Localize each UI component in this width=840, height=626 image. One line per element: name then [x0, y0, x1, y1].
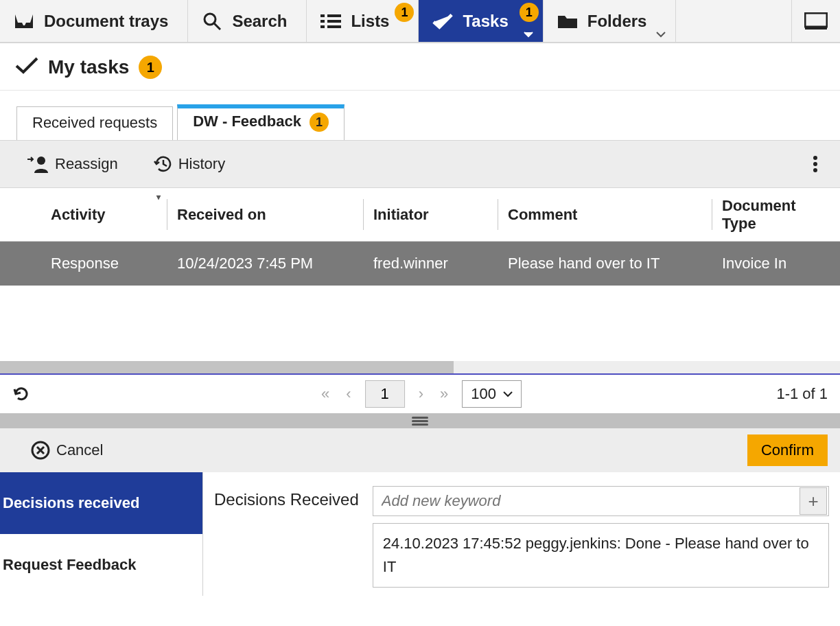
- table-empty-space: [0, 286, 840, 361]
- cell-doctype: Invoice In: [722, 255, 786, 273]
- tab-dw-feedback[interactable]: DW - Feedback 1: [177, 104, 345, 140]
- svg-point-12: [813, 162, 817, 166]
- tool-label: History: [178, 155, 225, 173]
- nav-badge: 1: [395, 3, 414, 22]
- nav-lists[interactable]: Lists 1: [307, 0, 419, 42]
- pager-size-select[interactable]: 100: [462, 380, 522, 408]
- side-item-decisions-received[interactable]: Decisions received: [0, 472, 202, 534]
- reassign-icon: [27, 155, 49, 173]
- svg-point-11: [813, 156, 817, 160]
- nav-spacer: [676, 0, 792, 42]
- nav-badge: 1: [520, 3, 539, 22]
- svg-point-0: [205, 14, 215, 25]
- pager-first[interactable]: «: [318, 385, 332, 403]
- side-panel: Decisions received Request Feedback: [0, 472, 203, 596]
- svg-rect-7: [327, 25, 341, 28]
- tab-label: DW - Feedback: [193, 113, 301, 130]
- pager-range: 1-1 of 1: [776, 385, 828, 403]
- pager-page-input[interactable]: [365, 380, 405, 408]
- svg-line-1: [214, 23, 220, 30]
- svg-point-10: [37, 156, 45, 165]
- split-handle[interactable]: [0, 413, 840, 428]
- cancel-button[interactable]: Cancel: [30, 440, 103, 461]
- cell-initiator: fred.winner: [373, 255, 448, 273]
- kebab-icon: [813, 155, 818, 173]
- svg-rect-9: [805, 27, 827, 30]
- nav-label: Folders: [587, 12, 647, 31]
- sort-indicator-icon: ▾: [156, 192, 161, 202]
- history-button[interactable]: History: [152, 154, 225, 174]
- nav-search[interactable]: Search: [188, 0, 307, 42]
- pager-prev[interactable]: ‹: [343, 385, 353, 403]
- history-icon: [152, 154, 173, 174]
- confirm-button[interactable]: Confirm: [747, 434, 828, 466]
- tab-received-requests[interactable]: Received requests: [16, 106, 173, 140]
- col-doctype[interactable]: Document Type: [712, 188, 840, 241]
- refresh-button[interactable]: [12, 385, 30, 403]
- nav-layout-toggle[interactable]: [792, 0, 840, 42]
- svg-rect-5: [327, 20, 341, 23]
- action-bar: Cancel Confirm: [0, 428, 840, 472]
- keyword-input[interactable]: [373, 492, 798, 510]
- tab-badge: 1: [310, 113, 329, 132]
- col-comment[interactable]: Comment: [498, 188, 712, 241]
- horizontal-scrollbar[interactable]: [0, 361, 840, 375]
- nav-folders[interactable]: Folders: [544, 0, 677, 42]
- page-title-badge: 1: [139, 56, 162, 79]
- col-checkbox[interactable]: [0, 188, 23, 241]
- chevron-down-icon: [524, 31, 533, 38]
- table-header: Activity ▾ Received on Initiator Comment…: [0, 188, 840, 242]
- grip-icon: [412, 415, 428, 427]
- confirm-label: Confirm: [761, 441, 814, 459]
- page-title: My tasks: [48, 56, 129, 78]
- cancel-label: Cancel: [56, 441, 103, 459]
- check-icon: [15, 56, 38, 79]
- add-keyword-button[interactable]: +: [800, 487, 827, 515]
- pager-size-value: 100: [471, 385, 496, 403]
- nav-label: Lists: [351, 12, 389, 31]
- col-received[interactable]: Received on: [167, 188, 364, 241]
- svg-point-13: [813, 168, 817, 172]
- tab-label: Received requests: [32, 114, 157, 131]
- cell-comment: Please hand over to IT: [508, 255, 660, 273]
- side-item-request-feedback[interactable]: Request Feedback: [0, 534, 202, 596]
- pager-next[interactable]: ›: [416, 385, 426, 403]
- plus-icon: +: [808, 491, 818, 512]
- col-initiator[interactable]: Initiator: [364, 188, 498, 241]
- pager-last[interactable]: »: [437, 385, 451, 403]
- nav-label: Tasks: [463, 12, 508, 31]
- col-activity[interactable]: Activity ▾: [23, 188, 167, 241]
- top-nav: Document trays Search Lists 1 Tasks 1: [0, 0, 840, 43]
- decision-entry: 24.10.2023 17:45:52 peggy.jenkins: Done …: [373, 523, 829, 588]
- subtabs: Received requests DW - Feedback 1: [0, 91, 840, 140]
- tray-icon: [14, 11, 34, 32]
- refresh-icon: [12, 385, 30, 403]
- page-title-row: My tasks 1: [0, 43, 840, 91]
- cell-received: 10/24/2023 7:45 PM: [177, 255, 313, 273]
- tasks-table: Activity ▾ Received on Initiator Comment…: [0, 188, 840, 375]
- pager: « ‹ › » 100 1-1 of 1: [0, 375, 840, 413]
- svg-rect-4: [320, 20, 325, 23]
- scrollbar-thumb[interactable]: [0, 361, 454, 373]
- task-toolbar: Reassign History: [0, 140, 840, 188]
- svg-rect-3: [327, 14, 341, 17]
- reassign-button[interactable]: Reassign: [27, 155, 118, 173]
- nav-label: Search: [232, 12, 287, 31]
- side-item-label: Request Feedback: [3, 556, 136, 574]
- detail-panel: Decisions Received + 24.10.2023 17:45:52…: [203, 472, 840, 596]
- bottom-panel: Decisions received Request Feedback Deci…: [0, 472, 840, 596]
- keyword-input-box: +: [373, 486, 829, 516]
- side-item-label: Decisions received: [3, 494, 139, 512]
- more-menu[interactable]: [807, 150, 824, 178]
- svg-rect-8: [805, 13, 827, 27]
- cell-activity: Response: [51, 255, 119, 273]
- cancel-icon: [30, 440, 51, 461]
- nav-document-trays[interactable]: Document trays: [0, 0, 188, 42]
- folder-icon: [557, 11, 578, 32]
- svg-rect-2: [320, 14, 325, 17]
- nav-tasks[interactable]: Tasks 1: [419, 0, 543, 42]
- check-icon: [432, 11, 453, 32]
- tool-label: Reassign: [55, 155, 118, 173]
- list-icon: [320, 11, 341, 32]
- table-row[interactable]: Response 10/24/2023 7:45 PM fred.winner …: [0, 242, 840, 286]
